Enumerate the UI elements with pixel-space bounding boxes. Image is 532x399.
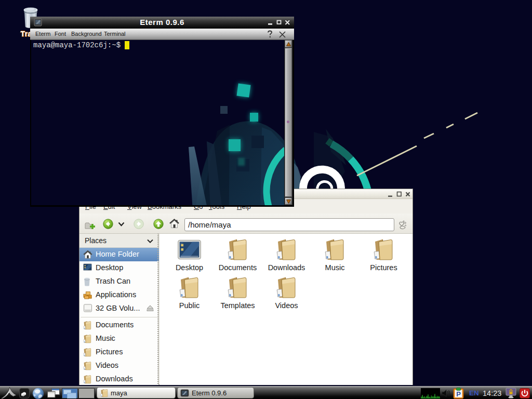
svg-text:P: P	[456, 390, 461, 398]
